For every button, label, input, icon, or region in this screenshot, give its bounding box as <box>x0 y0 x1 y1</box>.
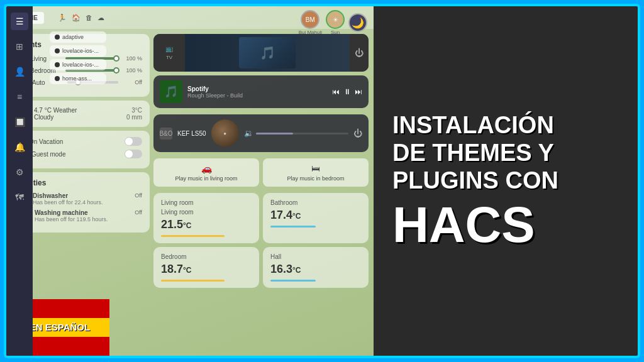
quick-btn-living-icon: 🚗 <box>158 163 254 173</box>
nav-icon-home[interactable]: 🏠 <box>72 14 80 22</box>
spotify-info: Spotify Rough Sleeper - Build <box>187 85 327 99</box>
tv-icon-area: 📺 TV <box>153 34 185 72</box>
temp-value-hall: 16.3°C <box>270 263 301 275</box>
speaker-card: B&O KEF LS50 ● 🔉 ⏻ <box>153 114 369 152</box>
pause-button[interactable]: ⏸ <box>343 87 351 96</box>
outer-border: ☰ ⊞ 👤 ≡ 🔲 🔔 ⚙ 🗺 HOME 🏃 🏠 🗑 ☁ BM Bui Mahu… <box>4 4 640 358</box>
light-pct-bedroom: 100 % <box>122 67 142 74</box>
sidebar: ☰ ⊞ 👤 ≡ 🔲 🔔 ⚙ 🗺 <box>6 6 33 356</box>
sidebar-icon-grid[interactable]: ⊞ <box>11 38 28 55</box>
weather-info: 4.7 °C Weather Cloudy <box>34 107 77 121</box>
temp-value-bedroom: 18.7°C <box>161 263 192 275</box>
volume-icon: 🔉 <box>244 129 253 138</box>
temp-room-label-living: Living room <box>161 209 252 216</box>
speaker-circle: ● <box>211 119 239 147</box>
sidebar-icon-bell[interactable]: 🔔 <box>11 138 28 156</box>
weather-title: 4.7 °C Weather <box>34 107 77 114</box>
ha-dashboard: HOME 🏃 🏠 🗑 ☁ BM Bui Mahuli ☀ Sun 🌙 <box>6 6 374 356</box>
avatar-1: BM <box>301 10 319 29</box>
temp-bar-bedroom <box>161 280 225 282</box>
temp-bar-bath <box>270 226 316 228</box>
quick-btn-living-label: Play music in living room <box>158 175 254 182</box>
temperature-grid: Living room Living room 21.5°C Bathroom … <box>153 193 369 288</box>
quick-btn-living[interactable]: 🚗 Play music in living room <box>153 158 259 187</box>
github-label-4: home-ass... <box>62 75 92 82</box>
spotify-subtitle: Rough Sleeper - Build <box>187 92 327 99</box>
top-nav: HOME 🏃 🏠 🗑 ☁ BM Bui Mahuli ☀ Sun 🌙 <box>6 6 374 29</box>
avatar-2: ☀ <box>326 10 345 29</box>
nav-icon-person[interactable]: 🏃 <box>58 14 67 22</box>
nav-icon-trash[interactable]: 🗑 <box>86 14 92 22</box>
utility-status-washer: Off <box>135 209 142 216</box>
speaker-model-label: KEF LS50 <box>177 130 206 137</box>
nav-icon-cloud[interactable]: ☁ <box>97 14 104 22</box>
temp-room-label-bath: Bathroom <box>270 199 361 206</box>
temp-room-label-bedroom: Bedroom <box>161 253 252 260</box>
panel-line3: PLUGINS CON <box>392 167 619 195</box>
github-item-adaptive[interactable]: adaptive <box>50 31 106 43</box>
utility-row-washer: 👕 Washing machine Has been off for 119.5… <box>19 209 142 222</box>
temp-value-living: 21.5°C <box>161 218 192 231</box>
sidebar-icon-map[interactable]: 🗺 <box>11 189 28 206</box>
media-thumb-card: 📺 TV 🎵 ⏻ <box>153 34 369 72</box>
volume-slider[interactable] <box>256 133 348 134</box>
media-image-area: 🎵 <box>185 34 350 72</box>
github-label-1: adaptive <box>62 34 84 40</box>
tv-icon: 📺 <box>165 45 173 52</box>
quick-btn-bedroom[interactable]: 🛏 Play music in bedroom <box>263 158 369 187</box>
sidebar-icon-list[interactable]: ≡ <box>11 88 28 106</box>
temp-bar-hall <box>270 280 316 282</box>
github-dot-4 <box>55 76 60 81</box>
temp-card-bedroom: Bedroom 18.7°C <box>153 247 259 288</box>
flag-text: EN ESPAÑOL <box>30 322 90 332</box>
temp-room-label-hall: Hall <box>270 253 361 260</box>
guest-thumb <box>125 150 133 158</box>
github-item-lovelace2[interactable]: lovelace-ios-... <box>50 59 106 70</box>
nav-icons: 🏃 🏠 🗑 ☁ <box>58 14 104 22</box>
weather-condition: Cloudy <box>34 114 77 121</box>
sidebar-icon-user[interactable]: 👤 <box>11 63 28 80</box>
quick-btn-bedroom-label: Play music in bedroom <box>268 175 364 182</box>
github-item-homeass[interactable]: home-ass... <box>50 73 106 84</box>
github-label-3: lovelace-ios-... <box>62 62 99 68</box>
next-button[interactable]: ⏭ <box>355 87 362 96</box>
flag-text-wrap: EN ESPAÑOL <box>30 322 90 333</box>
utility-row-dishwasher: 🍽 Dishwasher Has been off for 22.4 hours… <box>19 192 142 206</box>
spotify-thumb: 🎵 <box>160 80 182 103</box>
weather-rain: 0 mm <box>126 114 142 121</box>
github-label-2: lovelace-ios-... <box>62 48 99 54</box>
weather-right: 3°C 0 mm <box>126 107 142 121</box>
vacation-label: On Vacation <box>29 138 63 145</box>
guest-label: Guest mode <box>31 151 65 158</box>
panel-line2: DE THEMES Y <box>392 140 619 167</box>
github-dot-2 <box>55 48 60 53</box>
spotify-controls[interactable]: ⏮ ⏸ ⏭ <box>332 87 362 96</box>
light-pct-auto: Off <box>122 79 142 85</box>
spotify-title: Spotify <box>187 85 327 92</box>
tv-label: TV <box>166 55 172 60</box>
light-pct-living: 100 % <box>122 55 142 62</box>
vacation-thumb <box>125 138 133 145</box>
prev-button[interactable]: ⏮ <box>332 87 340 96</box>
utility-sub-dishwasher: Has been off for 22.4 hours. <box>33 199 130 206</box>
sidebar-icon-gear[interactable]: ⚙ <box>11 163 28 181</box>
temp-value-bath: 17.4°C <box>270 209 301 221</box>
utility-sub-washer: Has been off for 119.5 hours. <box>35 216 130 222</box>
utility-info-dishwasher: Dishwasher Has been off for 22.4 hours. <box>33 192 130 206</box>
utilities-title: Utilities <box>19 178 142 187</box>
speaker-power-icon[interactable]: ⏻ <box>353 128 362 138</box>
media-power-area[interactable]: ⏻ <box>350 34 369 72</box>
sidebar-icon-menu[interactable]: ☰ <box>11 13 28 30</box>
temp-bar-living <box>161 235 225 237</box>
sidebar-icon-box[interactable]: 🔲 <box>11 113 28 131</box>
temp-room-living: Living room <box>161 199 252 206</box>
vacation-toggle[interactable] <box>125 137 142 146</box>
power-icon: ⏻ <box>355 48 364 58</box>
temp-card-livingroom: Living room Living room 21.5°C <box>153 193 259 243</box>
github-item-lovelace1[interactable]: lovelace-ios-... <box>50 45 106 57</box>
hacs-title: HACS <box>392 200 619 250</box>
temp-card-bathroom: Bathroom 17.4°C <box>263 193 369 243</box>
right-panel: INSTALACIÓN DE THEMES Y PLUGINS CON HACS <box>374 6 638 356</box>
spotify-card: 🎵 Spotify Rough Sleeper - Build ⏮ ⏸ ⏭ <box>153 75 369 108</box>
guest-toggle[interactable] <box>125 150 142 158</box>
